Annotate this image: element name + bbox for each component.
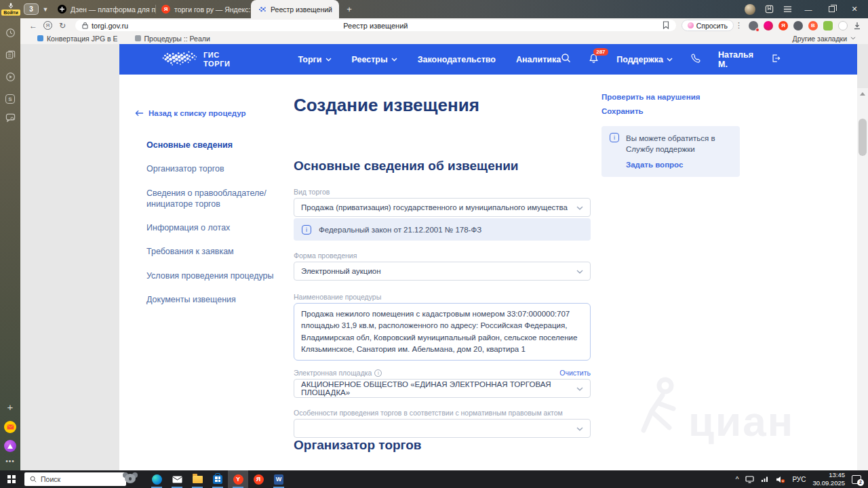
select-value: Электронный аукцион	[301, 267, 381, 275]
ask-question-link[interactable]: Задать вопрос	[626, 161, 683, 169]
save-link[interactable]: Сохранить	[601, 107, 740, 115]
browser-login-button[interactable]: Войти	[1, 9, 20, 16]
back-to-procedures-link[interactable]: Назад к списку процедур	[135, 109, 280, 117]
extension-icon-yandex[interactable]: Я	[778, 21, 788, 30]
messenger-icon[interactable]	[5, 113, 16, 125]
menu-item-dokumenty-izvescheniya[interactable]: Документы извещения	[146, 294, 279, 305]
features-select[interactable]	[294, 419, 591, 438]
scrollbar-thumb[interactable]	[859, 119, 867, 156]
bookmark-item[interactable]: Конвертация JPG в Е	[37, 35, 118, 43]
restore-button[interactable]	[825, 5, 838, 14]
menu-icon[interactable]	[783, 5, 792, 13]
bid-type-select[interactable]: Продажа (приватизация) государственного …	[294, 198, 591, 217]
other-bookmarks-button[interactable]: Другие закладки	[793, 35, 856, 43]
notes-icon[interactable]	[5, 50, 16, 62]
minimize-button[interactable]: —	[802, 5, 815, 14]
taskbar-mail-icon[interactable]	[167, 470, 187, 488]
nav-analitika[interactable]: Аналитика	[516, 55, 561, 64]
extension-icon-blocker[interactable]	[749, 21, 758, 30]
network-icon[interactable]	[761, 476, 769, 483]
procedure-name-textarea[interactable]: Продажа нежилого помещения с кадастровым…	[294, 303, 591, 361]
system-tray: ^ РУС 13:45 30.09.2025 2	[736, 471, 868, 487]
extension-icon-flower[interactable]	[764, 21, 773, 30]
address-bar[interactable]: torgi.gov.ru Реестр извещений	[75, 20, 676, 31]
clock[interactable]: 13:45 30.09.2025	[812, 471, 845, 487]
more-panel-icon[interactable]: •••	[5, 458, 15, 465]
taskbar-store-icon[interactable]	[208, 470, 228, 488]
taskbar-explorer-icon[interactable]	[187, 470, 208, 488]
back-icon[interactable]: ←	[26, 21, 41, 30]
language-indicator[interactable]: РУС	[792, 476, 806, 483]
menu-item-usloviya-provedeniya[interactable]: Условия проведения процедуры	[146, 270, 279, 281]
add-panel-icon[interactable]: +	[7, 401, 14, 413]
notifications-badge: 287	[593, 48, 608, 56]
check-violations-link[interactable]: Проверить на нарушения	[601, 93, 740, 101]
windows-taskbar: Поиск Y Я W ^ РУС 13:45 30.09.2025	[0, 470, 868, 488]
bookmarks-panel-icon[interactable]	[765, 5, 774, 14]
display-tray-icon[interactable]	[745, 476, 754, 483]
ask-ai-button[interactable]: Спросить	[682, 20, 734, 31]
notifications-bell-icon[interactable]: 287	[589, 53, 599, 66]
bookmark-item[interactable]: Процедуры :: Реали	[135, 35, 210, 43]
page-scrollbar[interactable]	[857, 88, 868, 470]
tab-active-reestr[interactable]: Реестр извещений ✕	[251, 0, 339, 18]
address-bar-menu-icon[interactable]: ⋮	[734, 21, 745, 30]
taskbar-search-box[interactable]: Поиск	[24, 472, 126, 486]
yandex-mail-icon[interactable]	[4, 421, 16, 433]
taskbar-word-icon[interactable]: W	[269, 470, 289, 488]
menu-item-osnovnye-svedeniya[interactable]: Основные сведения	[146, 140, 279, 150]
chevron-down-icon	[391, 58, 397, 62]
menu-item-trebovaniya-k-zayavkam[interactable]: Требования к заявкам	[146, 246, 279, 257]
bookmark-label: Процедуры :: Реали	[144, 35, 210, 43]
extension-icon-light[interactable]	[838, 21, 848, 30]
scroll-up-icon[interactable]	[860, 92, 865, 96]
form-type-select[interactable]: Электронный аукцион	[294, 262, 591, 281]
search-icon	[30, 476, 37, 483]
tab-dzen[interactable]: Дзен — платформа для п	[52, 0, 155, 18]
taskbar-edge-icon[interactable]	[146, 470, 167, 488]
gis-torgi-logo[interactable]: ГИС ТОРГИ	[161, 48, 230, 70]
taskbar-yandex-icon[interactable]: Я	[248, 470, 269, 488]
tab-counter-button[interactable]: 3	[24, 3, 39, 15]
bookmark-flag-icon[interactable]	[663, 21, 669, 30]
close-button[interactable]: ✕	[848, 5, 861, 14]
page-title-in-address-bar: Реестр извещений	[75, 22, 676, 30]
search-placeholder: Поиск	[41, 475, 60, 483]
platform-select[interactable]: АКЦИОНЕРНОЕ ОБЩЕСТВО «ЕДИНАЯ ЭЛЕКТРОННАЯ…	[294, 379, 591, 398]
start-button[interactable]	[0, 475, 23, 483]
logout-icon[interactable]	[771, 54, 781, 66]
voice-assistant-button[interactable]: Войти	[0, 3, 22, 16]
reload-icon[interactable]: ↻	[55, 21, 70, 30]
hidden-icons-chevron[interactable]: ^	[736, 476, 739, 483]
menu-item-pravoobladatel[interactable]: Сведения о правообладателе/ инициаторе т…	[146, 188, 279, 210]
menu-item-organizator-torgov[interactable]: Организатор торгов	[146, 163, 279, 174]
profile-avatar[interactable]	[745, 4, 755, 15]
search-icon[interactable]	[561, 53, 571, 66]
tab-list-chevron-icon[interactable]: ▼	[39, 6, 52, 13]
search-highlight-koala-icon[interactable]	[122, 471, 138, 487]
nav-torgi[interactable]: Торги	[298, 55, 331, 64]
notification-center-icon[interactable]: 2	[852, 475, 861, 484]
extension-icon-green[interactable]	[823, 21, 833, 30]
volume-muted-icon[interactable]	[776, 476, 785, 483]
bookmark-favicon	[135, 35, 141, 41]
user-menu[interactable]: Наталья М.	[718, 50, 753, 69]
tab-yandex-search[interactable]: Я торги гов ру — Яндекс: н	[156, 0, 251, 18]
extension-icon-gray[interactable]	[793, 21, 803, 30]
nav-reestry[interactable]: Реестры	[352, 55, 397, 64]
video-icon[interactable]	[5, 72, 16, 85]
clear-platform-link[interactable]: Очистить	[559, 369, 591, 377]
taskbar-yandex-browser-icon[interactable]: Y	[228, 470, 248, 488]
nav-zakonodatelstvo[interactable]: Законодательство	[418, 55, 496, 64]
nav-support[interactable]: Поддержка	[616, 55, 673, 64]
downloads-icon[interactable]	[853, 22, 861, 30]
yandex-home-icon[interactable]: Я	[43, 21, 52, 30]
alice-assistant-icon[interactable]	[4, 440, 16, 452]
extension-icon-b[interactable]: B	[808, 21, 818, 30]
screen: Войти 3 ▼ Дзен — платформа для п Я торги…	[0, 0, 868, 488]
services-icon[interactable]: S	[5, 94, 15, 104]
menu-item-informaciya-o-lotah[interactable]: Информация о лотах	[146, 222, 279, 233]
new-tab-button[interactable]: +	[343, 3, 355, 16]
phone-icon[interactable]	[690, 53, 701, 66]
history-icon[interactable]	[5, 28, 16, 41]
